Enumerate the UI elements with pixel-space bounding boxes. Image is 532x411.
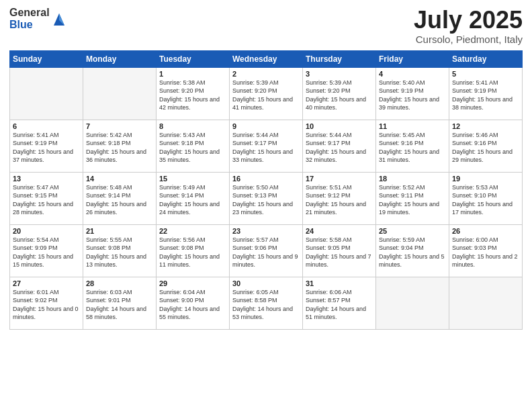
title-block: July 2025 Cursolo, Piedmont, Italy	[414, 7, 523, 45]
calendar-cell: 23Sunrise: 5:57 AMSunset: 9:06 PMDayligh…	[230, 224, 303, 277]
day-number: 3	[306, 70, 373, 78]
day-number: 1	[159, 70, 226, 78]
day-info: Sunrise: 5:41 AMSunset: 9:19 PMDaylight:…	[13, 131, 80, 165]
calendar-cell: 7Sunrise: 5:42 AMSunset: 9:18 PMDaylight…	[83, 120, 157, 172]
calendar-cell: 1Sunrise: 5:38 AMSunset: 9:20 PMDaylight…	[157, 67, 230, 120]
calendar-cell: 26Sunrise: 6:00 AMSunset: 9:03 PMDayligh…	[449, 224, 523, 277]
calendar-cell: 17Sunrise: 5:51 AMSunset: 9:12 PMDayligh…	[303, 172, 376, 224]
calendar-cell: 18Sunrise: 5:52 AMSunset: 9:11 PMDayligh…	[376, 172, 449, 224]
day-info: Sunrise: 5:51 AMSunset: 9:12 PMDaylight:…	[306, 183, 373, 217]
day-info: Sunrise: 5:48 AMSunset: 9:14 PMDaylight:…	[86, 183, 153, 217]
calendar-cell: 30Sunrise: 6:05 AMSunset: 8:58 PMDayligh…	[230, 277, 303, 329]
day-info: Sunrise: 5:44 AMSunset: 9:17 PMDaylight:…	[306, 131, 373, 165]
logo-blue: Blue	[9, 19, 50, 31]
day-info: Sunrise: 6:01 AMSunset: 9:02 PMDaylight:…	[13, 288, 80, 322]
calendar-cell: 8Sunrise: 5:43 AMSunset: 9:18 PMDaylight…	[157, 120, 230, 172]
day-info: Sunrise: 5:39 AMSunset: 9:20 PMDaylight:…	[306, 79, 373, 112]
day-number: 24	[306, 227, 373, 235]
calendar-title: July 2025	[414, 7, 523, 34]
calendar-cell: 6Sunrise: 5:41 AMSunset: 9:19 PMDaylight…	[10, 120, 83, 172]
day-info: Sunrise: 5:39 AMSunset: 9:20 PMDaylight:…	[232, 79, 300, 112]
day-info: Sunrise: 5:38 AMSunset: 9:20 PMDaylight:…	[159, 79, 226, 112]
weekday-header-row: SundayMondayTuesdayWednesdayThursdayFrid…	[10, 50, 523, 67]
day-number: 18	[379, 175, 446, 183]
day-number: 9	[232, 122, 300, 130]
day-info: Sunrise: 5:41 AMSunset: 9:19 PMDaylight:…	[452, 79, 519, 112]
week-row-1: 6Sunrise: 5:41 AMSunset: 9:19 PMDaylight…	[10, 120, 523, 172]
calendar-cell: 31Sunrise: 6:06 AMSunset: 8:57 PMDayligh…	[303, 277, 376, 329]
day-number: 19	[452, 175, 519, 183]
calendar-cell: 21Sunrise: 5:55 AMSunset: 9:08 PMDayligh…	[83, 224, 157, 277]
day-number: 31	[306, 279, 373, 287]
day-info: Sunrise: 5:43 AMSunset: 9:18 PMDaylight:…	[159, 131, 226, 165]
calendar-cell	[83, 67, 157, 120]
day-number: 13	[13, 175, 80, 183]
calendar-cell: 14Sunrise: 5:48 AMSunset: 9:14 PMDayligh…	[83, 172, 157, 224]
day-number: 11	[379, 122, 446, 130]
calendar-cell: 22Sunrise: 5:56 AMSunset: 9:08 PMDayligh…	[157, 224, 230, 277]
week-row-0: 1Sunrise: 5:38 AMSunset: 9:20 PMDaylight…	[10, 67, 523, 120]
logo-general: General	[9, 7, 50, 19]
day-number: 27	[13, 279, 80, 287]
day-info: Sunrise: 5:44 AMSunset: 9:17 PMDaylight:…	[232, 131, 300, 165]
day-number: 16	[232, 175, 300, 183]
weekday-monday: Monday	[83, 50, 157, 67]
week-row-2: 13Sunrise: 5:47 AMSunset: 9:15 PMDayligh…	[10, 172, 523, 224]
calendar-cell: 16Sunrise: 5:50 AMSunset: 9:13 PMDayligh…	[230, 172, 303, 224]
calendar-cell: 2Sunrise: 5:39 AMSunset: 9:20 PMDaylight…	[230, 67, 303, 120]
calendar-cell: 24Sunrise: 5:58 AMSunset: 9:05 PMDayligh…	[303, 224, 376, 277]
day-number: 17	[306, 175, 373, 183]
calendar-cell: 25Sunrise: 5:59 AMSunset: 9:04 PMDayligh…	[376, 224, 449, 277]
day-info: Sunrise: 6:04 AMSunset: 9:00 PMDaylight:…	[159, 288, 226, 322]
day-info: Sunrise: 5:57 AMSunset: 9:06 PMDaylight:…	[232, 236, 300, 269]
calendar-cell	[10, 67, 83, 120]
calendar-cell: 29Sunrise: 6:04 AMSunset: 9:00 PMDayligh…	[157, 277, 230, 329]
weekday-thursday: Thursday	[303, 50, 376, 67]
weekday-wednesday: Wednesday	[230, 50, 303, 67]
weekday-friday: Friday	[376, 50, 449, 67]
day-number: 4	[379, 70, 446, 78]
day-number: 15	[159, 175, 226, 183]
day-info: Sunrise: 6:05 AMSunset: 8:58 PMDaylight:…	[232, 288, 300, 322]
day-number: 12	[452, 122, 519, 130]
day-info: Sunrise: 5:53 AMSunset: 9:10 PMDaylight:…	[452, 183, 519, 217]
day-info: Sunrise: 5:58 AMSunset: 9:05 PMDaylight:…	[306, 236, 373, 269]
day-number: 7	[86, 122, 153, 130]
calendar-cell	[376, 277, 449, 329]
weekday-sunday: Sunday	[10, 50, 83, 67]
day-number: 30	[232, 279, 300, 287]
calendar-cell: 9Sunrise: 5:44 AMSunset: 9:17 PMDaylight…	[230, 120, 303, 172]
calendar-location: Cursolo, Piedmont, Italy	[414, 34, 523, 45]
day-number: 8	[159, 122, 226, 130]
day-number: 28	[86, 279, 153, 287]
day-info: Sunrise: 5:47 AMSunset: 9:15 PMDaylight:…	[13, 183, 80, 217]
day-info: Sunrise: 5:55 AMSunset: 9:08 PMDaylight:…	[86, 236, 153, 269]
day-number: 29	[159, 279, 226, 287]
calendar-cell: 5Sunrise: 5:41 AMSunset: 9:19 PMDaylight…	[449, 67, 523, 120]
weekday-tuesday: Tuesday	[157, 50, 230, 67]
day-number: 6	[13, 122, 80, 130]
day-info: Sunrise: 5:54 AMSunset: 9:09 PMDaylight:…	[13, 236, 80, 269]
calendar-table: SundayMondayTuesdayWednesdayThursdayFrid…	[9, 50, 523, 330]
calendar-cell	[449, 277, 523, 329]
day-number: 2	[232, 70, 300, 78]
calendar-cell: 28Sunrise: 6:03 AMSunset: 9:01 PMDayligh…	[83, 277, 157, 329]
day-info: Sunrise: 5:59 AMSunset: 9:04 PMDaylight:…	[379, 236, 446, 269]
calendar-cell: 13Sunrise: 5:47 AMSunset: 9:15 PMDayligh…	[10, 172, 83, 224]
day-info: Sunrise: 5:49 AMSunset: 9:14 PMDaylight:…	[159, 183, 226, 217]
week-row-3: 20Sunrise: 5:54 AMSunset: 9:09 PMDayligh…	[10, 224, 523, 277]
day-number: 25	[379, 227, 446, 235]
calendar-cell: 4Sunrise: 5:40 AMSunset: 9:19 PMDaylight…	[376, 67, 449, 120]
calendar-cell: 10Sunrise: 5:44 AMSunset: 9:17 PMDayligh…	[303, 120, 376, 172]
day-number: 14	[86, 175, 153, 183]
day-number: 10	[306, 122, 373, 130]
day-info: Sunrise: 5:40 AMSunset: 9:19 PMDaylight:…	[379, 79, 446, 112]
week-row-4: 27Sunrise: 6:01 AMSunset: 9:02 PMDayligh…	[10, 277, 523, 329]
logo: General Blue	[9, 7, 66, 30]
day-info: Sunrise: 5:42 AMSunset: 9:18 PMDaylight:…	[86, 131, 153, 165]
day-number: 22	[159, 227, 226, 235]
calendar-cell: 11Sunrise: 5:45 AMSunset: 9:16 PMDayligh…	[376, 120, 449, 172]
day-number: 20	[13, 227, 80, 235]
page: General Blue July 2025 Cursolo, Piedmont…	[0, 0, 532, 411]
calendar-cell: 3Sunrise: 5:39 AMSunset: 9:20 PMDaylight…	[303, 67, 376, 120]
